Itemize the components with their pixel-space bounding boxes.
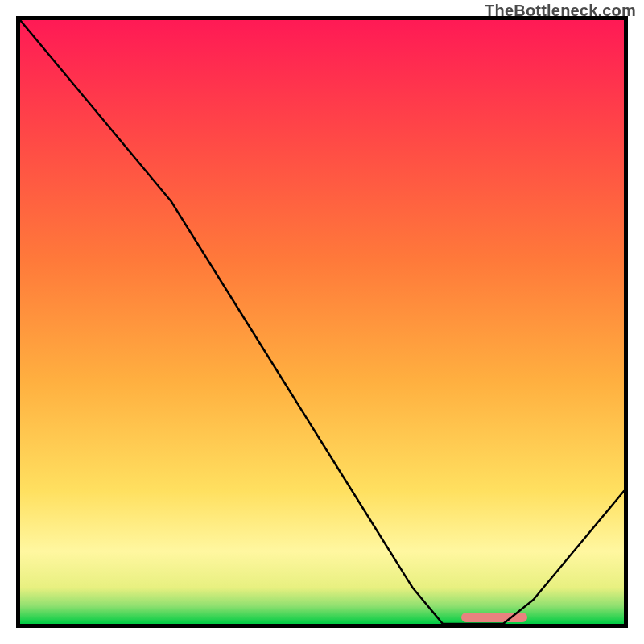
line-series: [20, 20, 624, 624]
watermark-text: TheBottleneck.com: [485, 2, 636, 20]
plot-frame: [16, 16, 628, 628]
curve-path: [20, 20, 624, 624]
chart-wrap: TheBottleneck.com: [0, 0, 644, 644]
